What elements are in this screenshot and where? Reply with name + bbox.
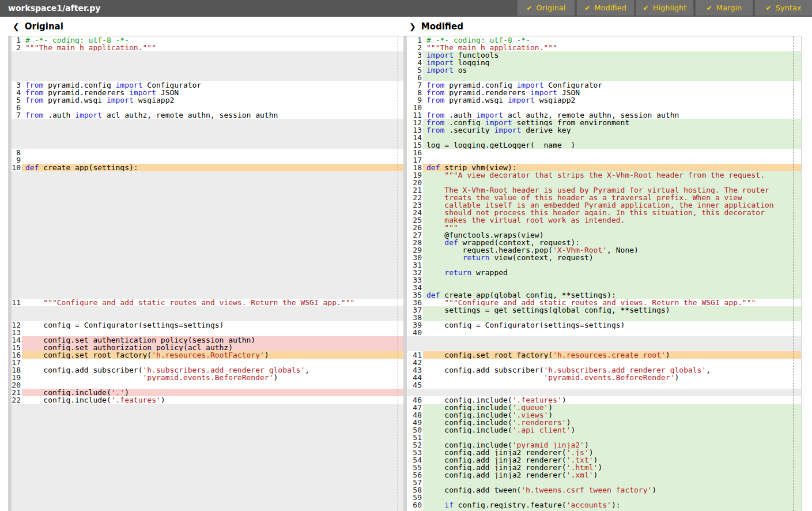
code-line: 54 config.add_jinja2_renderer('.txt') (407, 456, 801, 464)
filler-row (12, 276, 403, 284)
code-line: 22 config.include('.features') (12, 396, 403, 404)
toggle-label: Margin (716, 3, 742, 12)
code-text (22, 494, 403, 501)
code-text (22, 404, 403, 411)
line-number (12, 186, 22, 194)
toggle-label: Original (537, 3, 566, 12)
code-text (22, 411, 403, 419)
code-line: 11from .auth import acl_authz, remote_au… (407, 111, 801, 119)
code-line: 9 (12, 156, 403, 164)
code-area-modified[interactable]: 1# -*- coding: utf-8 -*-2"""The main h a… (407, 36, 801, 511)
toggle-original-button[interactable]: ✔Original (518, 0, 575, 16)
code-text: from pyramid.renderers import JSON (22, 89, 403, 96)
code-line: 41 config.set_root_factory('h.resources.… (407, 351, 801, 359)
code-text (22, 141, 403, 149)
filler-row (12, 411, 403, 419)
code-text: from pyramid.wsgi import wsgiapp2 (22, 96, 403, 104)
line-number: 60 (407, 501, 423, 509)
code-text (22, 306, 403, 314)
code-text: from .auth import acl_authz, remote_auth… (22, 111, 403, 119)
line-number (12, 276, 22, 284)
code-line: 59 (407, 494, 801, 501)
code-line: 60 if config.registry.feature('accounts'… (407, 501, 801, 509)
code-text (423, 276, 801, 284)
line-number (12, 231, 22, 239)
code-text (22, 381, 403, 389)
code-text (22, 156, 403, 164)
filler-row (12, 306, 403, 314)
line-number (12, 456, 22, 464)
code-line: 58 config.add_tween('h.tweens.csrf_tween… (407, 486, 801, 494)
line-number: 22 (12, 396, 22, 404)
code-text: @functools.wraps(view) (423, 231, 801, 239)
code-text (22, 269, 403, 276)
code-text: request.headers.pop('X-Vhm-Root', None) (423, 246, 801, 254)
code-line: 23 callable itself is an embedded Pyrami… (407, 201, 801, 209)
filler-row (12, 501, 403, 509)
toggle-syntax-button[interactable]: ✔Syntax (755, 0, 812, 16)
filler-row (12, 254, 403, 261)
filler-row (12, 239, 403, 246)
chevron-left-icon[interactable]: ❮ (13, 22, 20, 31)
filler-row (407, 336, 801, 344)
line-number (407, 336, 423, 344)
code-line: 37 settings = get_settings(global_config… (407, 306, 801, 314)
filler-row (12, 216, 403, 224)
toggle-highlight-button[interactable]: ✔Highlight (636, 0, 693, 16)
code-line: 16 (407, 149, 801, 156)
line-number (12, 426, 22, 434)
code-line: 6 (12, 104, 403, 111)
code-text: import os (423, 66, 801, 74)
code-line: 12from .config import settings_from_envi… (407, 119, 801, 126)
code-text (423, 261, 801, 269)
code-text: config.add_jinja2_renderer('.html') (423, 464, 801, 471)
chevron-right-icon[interactable]: ❯ (409, 22, 416, 31)
code-line: 34 (407, 284, 801, 291)
code-text (22, 471, 403, 479)
code-line: 21 config.include('.') (12, 389, 403, 396)
code-line: 19 """A view decorator that strips the X… (407, 171, 801, 179)
code-line: 14 (407, 134, 801, 141)
code-text (423, 359, 801, 366)
filler-row (12, 246, 403, 254)
filler-row (12, 494, 403, 501)
code-text (22, 291, 403, 299)
filler-row (12, 261, 403, 269)
toggle-margin-button[interactable]: ✔Margin (696, 0, 753, 16)
code-area-original[interactable]: 1# -*- coding: utf-8 -*-2"""The main h a… (12, 36, 403, 511)
toggle-label: Highlight (653, 3, 687, 12)
code-text (22, 426, 403, 434)
pane-header-modified: ❯ Modified (409, 21, 463, 32)
code-text: # -*- coding: utf-8 -*- (423, 36, 801, 44)
code-line: 32 return wrapped (407, 269, 801, 276)
code-text (22, 119, 403, 126)
code-line: 44 'pyramid.events.BeforeRender') (407, 374, 801, 381)
code-text (22, 104, 403, 111)
margin-line (398, 36, 398, 511)
code-text (22, 186, 403, 194)
code-text (22, 231, 403, 239)
toggle-modified-button[interactable]: ✔Modified (577, 0, 634, 16)
code-line: 25 makes the virtual root work as intend… (407, 216, 801, 224)
code-text: The X-Vhm-Root header is used by Pyramid… (423, 186, 801, 194)
code-line: 43 config.add_subscriber('h.subscribers.… (407, 366, 801, 374)
code-text: config.add_jinja2_renderer('.xml') (423, 471, 801, 479)
code-text (22, 224, 403, 231)
filler-row (12, 66, 403, 74)
code-text (423, 434, 801, 441)
filler-row (12, 119, 403, 126)
code-line: 16 config.set_root_factory('h.resources.… (12, 351, 403, 359)
line-number (12, 51, 22, 59)
code-text (423, 149, 801, 156)
code-line: 52 config.include('pyramid_jinja2') (407, 441, 801, 449)
line-number (12, 479, 22, 486)
code-line: 26 """ (407, 224, 801, 231)
filler-row (12, 486, 403, 494)
line-number: 11 (12, 299, 22, 306)
check-icon: ✔ (527, 4, 532, 12)
code-text (22, 359, 403, 366)
code-line: 42 (407, 359, 801, 366)
check-icon: ✔ (707, 4, 712, 12)
code-text (423, 314, 801, 321)
line-number (12, 509, 22, 511)
